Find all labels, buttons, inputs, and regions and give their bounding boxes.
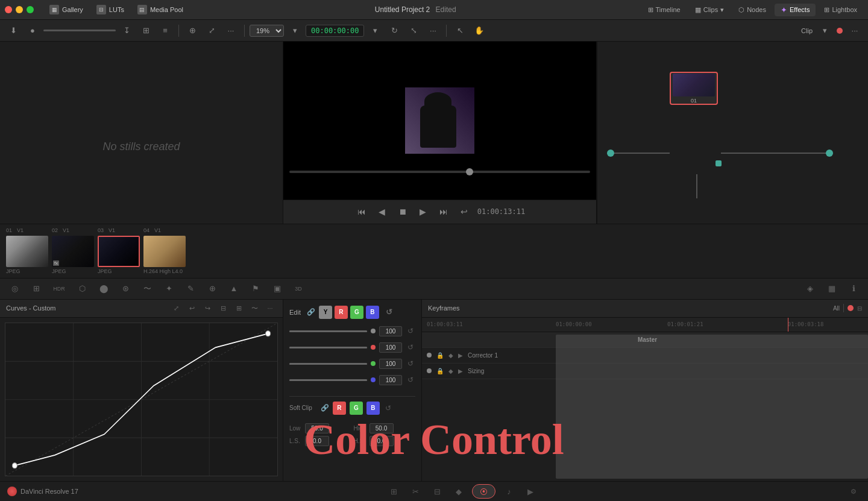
toolbar-grid-btn[interactable]: ⊞: [137, 22, 154, 39]
bottom-nav-cut[interactable]: ✂: [407, 484, 424, 499]
toolbar-import-btn[interactable]: ⬇: [5, 22, 22, 39]
color-tool-magic[interactable]: ✦: [159, 280, 178, 297]
slider-value-1[interactable]: 100: [379, 342, 402, 353]
high-input[interactable]: [370, 423, 394, 433]
channel-y-btn[interactable]: Y: [319, 306, 332, 319]
play-next-btn[interactable]: ⏭: [436, 204, 451, 219]
color-tool-blur[interactable]: ⊛: [116, 280, 135, 297]
color-tool-scope-a[interactable]: ◈: [800, 280, 820, 297]
color-tool-box[interactable]: ▣: [268, 280, 287, 297]
slider-reset-2[interactable]: ↺: [406, 359, 415, 368]
color-tool-circles[interactable]: ◎: [5, 280, 24, 297]
channel-g-btn[interactable]: G: [350, 306, 363, 319]
slider-track-2[interactable]: [289, 363, 367, 365]
toolbar-overflow-btn[interactable]: ···: [424, 22, 441, 39]
color-tool-scope-b[interactable]: ▦: [822, 280, 841, 297]
play-btn[interactable]: ▶: [416, 204, 430, 219]
gallery-menu-btn[interactable]: ▦ Gallery: [43, 2, 89, 17]
soft-clip-b[interactable]: B: [366, 402, 380, 415]
clip-thumb-01[interactable]: [6, 236, 48, 267]
curves-expand-btn[interactable]: ⤢: [169, 301, 183, 315]
bottom-nav-fairlight[interactable]: ♪: [500, 484, 517, 499]
lightbox-nav-btn[interactable]: ⊞ Lightbox: [818, 4, 863, 16]
color-tool-hdr[interactable]: HDR: [48, 280, 70, 297]
nodes-nav-btn[interactable]: ⬡ Nodes: [732, 4, 772, 16]
scrubber-handle[interactable]: [466, 168, 473, 175]
clip-thumb-02[interactable]: fx: [52, 236, 94, 267]
hs-input[interactable]: [370, 436, 394, 446]
curves-more-btn[interactable]: ···: [263, 301, 277, 315]
fit-frame-btn[interactable]: ⤡: [405, 22, 422, 39]
low-input[interactable]: [305, 423, 329, 433]
ls-input[interactable]: [305, 436, 329, 446]
bottom-nav-edit[interactable]: ⊟: [429, 484, 445, 499]
soft-clip-r[interactable]: R: [333, 402, 346, 415]
toolbar-more-btn[interactable]: ···: [222, 22, 239, 39]
media-pool-menu-btn[interactable]: ▤ Media Pool: [131, 2, 189, 17]
toolbar-sort-btn[interactable]: ↧: [118, 22, 135, 39]
hand-tool[interactable]: ✋: [471, 22, 488, 39]
color-tool-node[interactable]: ⬡: [72, 280, 92, 297]
slider-reset-3[interactable]: ↺: [406, 375, 415, 385]
node-01-box[interactable]: 01: [670, 72, 718, 105]
slider-value-3[interactable]: 100: [379, 375, 402, 385]
toolbar-dot-btn[interactable]: ●: [24, 22, 41, 39]
curves-copy-btn[interactable]: ⊟: [216, 301, 230, 315]
clip-thumb-03[interactable]: [98, 236, 140, 267]
bottom-settings-btn[interactable]: ⚙: [846, 484, 861, 499]
timeline-nav-btn[interactable]: ⊞ Timeline: [642, 4, 687, 16]
bottom-nav-media[interactable]: ⊞: [385, 484, 402, 499]
slider-track-3[interactable]: [289, 379, 367, 381]
color-tool-pin[interactable]: ✎: [181, 280, 200, 297]
slider-value-0[interactable]: 100: [379, 326, 402, 336]
channel-r-btn[interactable]: R: [335, 306, 348, 319]
toolbar-fit-btn[interactable]: ⤢: [203, 22, 220, 39]
channel-b-btn[interactable]: B: [366, 306, 379, 319]
effects-nav-btn[interactable]: ✦ Effects: [775, 4, 816, 16]
color-tool-key[interactable]: ⬤: [94, 280, 113, 297]
curves-redo-btn[interactable]: ↪: [201, 301, 214, 315]
kf-playhead[interactable]: [788, 318, 788, 332]
bottom-nav-fusion[interactable]: ◆: [450, 484, 467, 499]
close-button[interactable]: [5, 6, 12, 13]
soft-clip-g[interactable]: G: [350, 402, 363, 415]
color-tool-wave[interactable]: 〜: [137, 280, 157, 297]
slider-reset-1[interactable]: ↺: [406, 342, 415, 352]
slider-value-2[interactable]: 100: [379, 359, 402, 369]
play-prev-btn[interactable]: ◀: [375, 204, 389, 219]
clips-nav-btn[interactable]: ▦ Clips ▾: [689, 4, 730, 16]
scrubber-bar[interactable]: [289, 171, 590, 173]
slider-track-1[interactable]: [289, 347, 367, 348]
color-tool-flag[interactable]: ⚑: [246, 280, 265, 297]
timecode-dropdown[interactable]: ▾: [366, 22, 383, 39]
soft-clip-reset[interactable]: ↺: [383, 403, 393, 413]
bottom-nav-color[interactable]: ⦿: [472, 484, 495, 499]
slider-reset-0[interactable]: ↺: [406, 326, 415, 336]
slider-track-0[interactable]: [289, 330, 367, 332]
color-tool-luma[interactable]: ▲: [224, 280, 244, 297]
toolbar-list-btn[interactable]: ≡: [157, 22, 174, 39]
curves-wave-btn[interactable]: 〜: [248, 301, 261, 315]
stop-btn[interactable]: ⏹: [395, 204, 410, 219]
color-tool-target[interactable]: ⊕: [203, 280, 222, 297]
edit-reset-btn[interactable]: ↺: [383, 306, 396, 319]
pointer-tool[interactable]: ↖: [451, 22, 468, 39]
color-tool-grid[interactable]: ⊞: [27, 280, 46, 297]
toolbar-zoom-down[interactable]: ▾: [286, 22, 303, 39]
maximize-button[interactable]: [27, 6, 34, 13]
bottom-nav-deliver[interactable]: ▶: [522, 484, 539, 499]
refresh-btn[interactable]: ↻: [386, 22, 403, 39]
timeline-timecode[interactable]: 00:00:00:00: [306, 25, 364, 37]
toolbar-right-more[interactable]: ···: [846, 22, 863, 39]
play-first-btn[interactable]: ⏮: [354, 204, 369, 219]
kf-menu-btn[interactable]: ⊟: [857, 305, 862, 312]
curves-paste-btn[interactable]: ⊞: [232, 301, 245, 315]
loop-btn[interactable]: ↩: [457, 204, 471, 219]
minimize-button[interactable]: [16, 6, 23, 13]
clip-thumb-04[interactable]: [143, 236, 186, 267]
zoom-select[interactable]: 19%: [250, 25, 284, 37]
clip-dropdown-btn[interactable]: ▾: [816, 22, 833, 39]
color-tool-3d[interactable]: 3D: [289, 280, 307, 297]
curves-undo-btn[interactable]: ↩: [185, 301, 198, 315]
color-tool-info[interactable]: ℹ: [844, 280, 863, 297]
